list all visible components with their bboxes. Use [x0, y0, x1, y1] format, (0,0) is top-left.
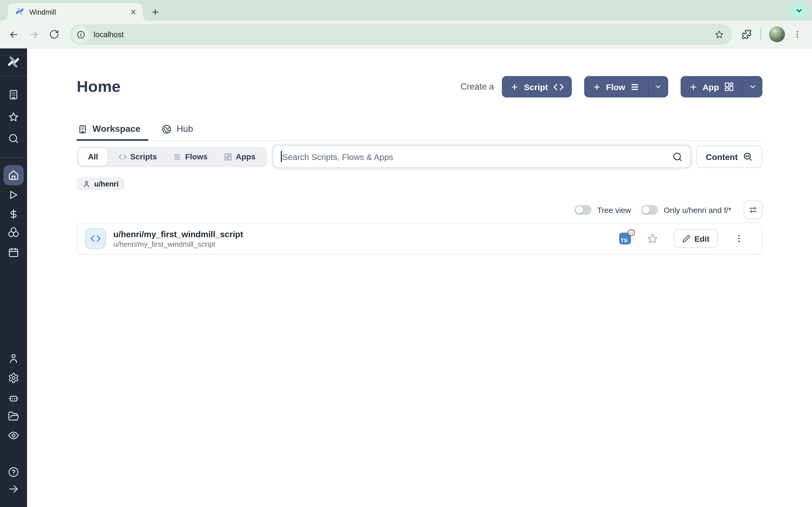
windmill-logo-icon: [7, 55, 20, 68]
content-search-button[interactable]: Content: [696, 145, 762, 168]
screen: Windmill localhost: [0, 0, 812, 507]
only-owner-label: Only u/henri and f/*: [664, 205, 731, 214]
create-script-label: Script: [524, 82, 548, 92]
search-code-icon: [743, 152, 753, 162]
tab-workspace[interactable]: Workspace: [77, 124, 148, 140]
sidebar-home-icon[interactable]: [3, 165, 24, 185]
create-a-label: Create a: [460, 82, 494, 92]
sidebar-calendar-icon[interactable]: [8, 247, 19, 258]
filter-flows[interactable]: Flows: [168, 152, 213, 161]
create-app-split-button: App: [680, 76, 762, 98]
windmill-favicon-icon: [15, 6, 24, 18]
search-placeholder: Search Scripts, Flows & Apps: [282, 152, 672, 161]
tab-title: Windmill: [29, 8, 129, 16]
tab-search-chevron-button[interactable]: [791, 3, 807, 18]
display-settings-button[interactable]: [744, 201, 762, 219]
tree-view-label: Tree view: [597, 205, 631, 214]
filter-all[interactable]: All: [79, 148, 108, 165]
sidebar-question-icon[interactable]: [8, 466, 19, 478]
person-icon: [83, 180, 90, 187]
pencil-icon: [682, 235, 690, 242]
sidebar-dollar-icon[interactable]: [8, 209, 19, 220]
create-app-button[interactable]: App: [680, 76, 742, 98]
code-icon: [118, 152, 127, 161]
sidebar-gear-icon[interactable]: [8, 372, 19, 384]
site-info-icon[interactable]: [72, 26, 89, 43]
items-list: u/henri/my_first_windmill_script u/henri…: [77, 223, 762, 255]
main-content: Home Create a Script Flow: [27, 48, 812, 507]
script-title[interactable]: u/henri/my_first_windmill_script: [113, 228, 619, 239]
browser-tab[interactable]: Windmill: [8, 3, 143, 21]
sidebar-robot-icon[interactable]: [8, 392, 19, 403]
page-title: Home: [77, 78, 460, 96]
create-flow-button[interactable]: Flow: [584, 76, 648, 98]
view-tabs: Workspace Hub: [77, 124, 762, 141]
tab-workspace-label: Workspace: [93, 124, 140, 134]
search-magnifier-icon: [672, 151, 683, 162]
sidebar: [0, 48, 27, 507]
row-menu-kebab-icon[interactable]: [733, 234, 745, 243]
sidebar-eye-icon[interactable]: [8, 430, 19, 441]
profile-avatar[interactable]: [769, 26, 785, 42]
edit-button[interactable]: Edit: [673, 229, 718, 248]
plus-icon: [689, 82, 698, 91]
extensions-puzzle-icon[interactable]: [738, 25, 756, 43]
building-icon: [78, 124, 87, 134]
tree-view-toggle[interactable]: [574, 205, 592, 215]
typescript-badge-label: TS: [620, 237, 627, 243]
sidebar-divider: [0, 157, 27, 158]
new-tab-button[interactable]: [148, 4, 162, 19]
sidebar-person-icon[interactable]: [8, 353, 19, 364]
url-text: localhost: [94, 30, 714, 39]
reload-button[interactable]: [45, 25, 63, 43]
app-grid-icon: [724, 82, 734, 92]
only-owner-toggle[interactable]: [641, 205, 658, 215]
sidebar-magnifier-icon[interactable]: [8, 133, 19, 144]
create-flow-split-button: Flow: [584, 76, 668, 98]
typescript-badge: TS: [619, 233, 631, 244]
create-script-button[interactable]: Script: [502, 76, 571, 98]
favorite-star-icon[interactable]: [646, 232, 658, 245]
filter-scripts[interactable]: Scripts: [113, 152, 163, 161]
back-button[interactable]: [4, 25, 22, 43]
script-code-icon: [85, 228, 106, 249]
kind-filter-group: All Scripts Flows Apps: [77, 146, 267, 167]
browser-menu-kebab-icon[interactable]: [788, 25, 806, 43]
plus-icon: [510, 82, 519, 91]
bun-runtime-icon: [627, 229, 635, 236]
filter-apps-label: Apps: [236, 152, 255, 161]
text-caret: [281, 151, 282, 162]
filter-scripts-label: Scripts: [130, 152, 157, 161]
edit-button-label: Edit: [695, 234, 709, 243]
tab-hub[interactable]: Hub: [161, 124, 201, 140]
browser-tab-strip: Windmill: [0, 0, 812, 21]
owner-chip[interactable]: u/henri: [77, 177, 125, 190]
tab-close-icon[interactable]: [129, 7, 138, 17]
address-bar[interactable]: localhost: [70, 24, 732, 45]
sidebar-play-icon[interactable]: [8, 189, 19, 201]
owner-chip-label: u/henri: [94, 180, 119, 188]
content-button-label: Content: [706, 152, 738, 161]
plus-icon: [592, 82, 601, 91]
sidebar-expand-arrow-icon[interactable]: [8, 483, 19, 495]
browser-toolbar: localhost: [0, 21, 812, 48]
create-flow-dropdown-chevron[interactable]: [648, 76, 668, 98]
app-grid-icon: [224, 152, 232, 161]
create-app-dropdown-chevron[interactable]: [742, 76, 762, 98]
create-flow-label: Flow: [606, 82, 625, 92]
sidebar-folder-open-icon[interactable]: [8, 411, 19, 422]
bookmark-star-icon[interactable]: [714, 30, 724, 39]
filter-apps[interactable]: Apps: [218, 152, 261, 161]
script-row-text: u/henri/my_first_windmill_script u/henri…: [113, 228, 619, 249]
globe-icon: [162, 124, 171, 134]
sidebar-star-icon[interactable]: [8, 112, 19, 123]
toolbar-separator: [760, 28, 761, 41]
forward-button[interactable]: [25, 25, 43, 43]
create-app-label: App: [703, 82, 719, 92]
filter-flows-label: Flows: [185, 152, 207, 161]
script-row[interactable]: u/henri/my_first_windmill_script u/henri…: [77, 223, 762, 254]
sidebar-boxes-icon[interactable]: [8, 226, 19, 238]
sidebar-building-icon[interactable]: [8, 89, 19, 100]
search-input[interactable]: Search Scripts, Flows & Apps: [273, 145, 691, 168]
sidebar-divider: [0, 76, 27, 76]
